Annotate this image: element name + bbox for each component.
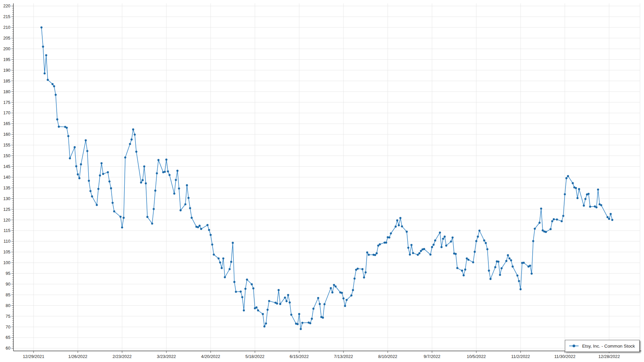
stock-price-chart: 6065707580859095100105110115120125130135… — [0, 0, 644, 362]
svg-text:115: 115 — [4, 228, 10, 233]
price-line-series — [41, 26, 613, 330]
svg-text:4/20/2022: 4/20/2022 — [201, 354, 220, 359]
legend-label: Etsy, Inc. - Common Stock — [582, 344, 635, 349]
svg-text:140: 140 — [3, 175, 10, 180]
legend-series-marker-icon — [569, 344, 579, 348]
chart-canvas: 6065707580859095100105110115120125130135… — [0, 0, 644, 362]
svg-text:150: 150 — [3, 153, 10, 158]
svg-text:80: 80 — [6, 303, 10, 308]
svg-text:105: 105 — [3, 249, 10, 254]
svg-text:165: 165 — [3, 121, 10, 126]
svg-text:2/23/2022: 2/23/2022 — [113, 354, 132, 359]
svg-text:95: 95 — [6, 271, 10, 276]
svg-text:85: 85 — [6, 292, 10, 297]
svg-text:10/5/2022: 10/5/2022 — [467, 354, 486, 359]
svg-text:190: 190 — [3, 68, 10, 73]
svg-text:125: 125 — [3, 207, 10, 212]
svg-text:205: 205 — [3, 36, 10, 41]
svg-text:180: 180 — [3, 89, 10, 94]
svg-text:9/7/2022: 9/7/2022 — [424, 354, 440, 359]
svg-text:65: 65 — [6, 335, 10, 340]
svg-text:8/10/2022: 8/10/2022 — [378, 354, 397, 359]
svg-text:60: 60 — [6, 346, 10, 351]
svg-text:100: 100 — [3, 260, 10, 265]
svg-text:70: 70 — [6, 324, 10, 329]
svg-text:7/13/2022: 7/13/2022 — [334, 354, 353, 359]
svg-text:160: 160 — [3, 132, 10, 137]
svg-text:12/28/2022: 12/28/2022 — [598, 354, 620, 359]
svg-text:1/26/2022: 1/26/2022 — [68, 354, 88, 359]
axis-ticks — [11, 6, 609, 353]
svg-text:200: 200 — [3, 46, 10, 51]
svg-text:195: 195 — [3, 57, 10, 62]
svg-text:130: 130 — [3, 196, 10, 201]
svg-text:110: 110 — [4, 239, 10, 244]
svg-text:11/2/2022: 11/2/2022 — [511, 354, 530, 359]
svg-text:75: 75 — [6, 314, 10, 319]
svg-text:120: 120 — [3, 218, 10, 223]
svg-text:185: 185 — [3, 78, 10, 83]
svg-text:215: 215 — [3, 14, 10, 19]
svg-text:135: 135 — [3, 185, 10, 190]
svg-text:3/23/2022: 3/23/2022 — [157, 354, 176, 359]
legend[interactable]: Etsy, Inc. - Common Stock — [565, 340, 640, 352]
svg-text:90: 90 — [6, 282, 10, 287]
svg-text:155: 155 — [3, 142, 10, 147]
svg-text:170: 170 — [3, 110, 10, 115]
svg-text:12/29/2021: 12/29/2021 — [23, 354, 44, 359]
svg-text:145: 145 — [3, 164, 10, 169]
svg-text:210: 210 — [3, 25, 10, 30]
axis-labels: 6065707580859095100105110115120125130135… — [3, 3, 620, 359]
svg-text:11/30/2022: 11/30/2022 — [554, 354, 575, 359]
svg-text:6/15/2022: 6/15/2022 — [290, 354, 309, 359]
svg-text:220: 220 — [3, 3, 10, 8]
svg-text:175: 175 — [3, 100, 10, 105]
svg-text:5/18/2022: 5/18/2022 — [246, 354, 265, 359]
